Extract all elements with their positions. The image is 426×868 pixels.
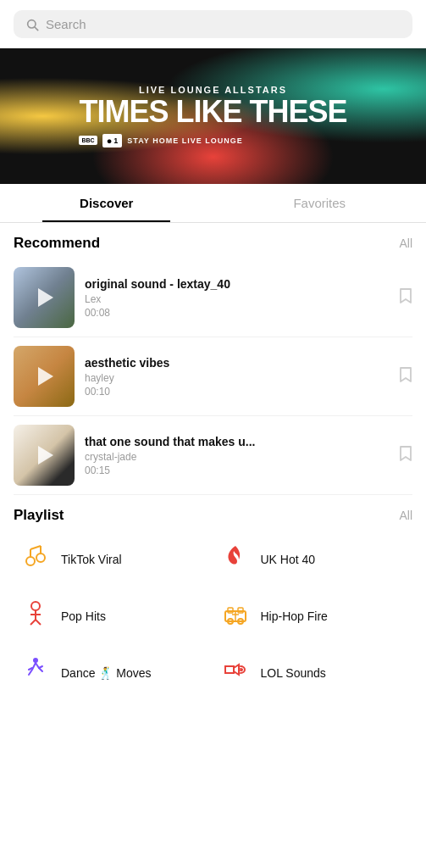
recommend-title: Recommend bbox=[14, 235, 100, 252]
track-name: original sound - lextay_40 bbox=[85, 277, 389, 291]
playlist-item[interactable]: UK Hot 40 bbox=[213, 531, 413, 587]
hip-hop-fire-icon bbox=[220, 599, 251, 632]
recommend-header: Recommend All bbox=[0, 223, 426, 259]
svg-point-7 bbox=[31, 602, 40, 610]
track-info: original sound - lextay_40 Lex 00:08 bbox=[85, 277, 389, 319]
playlist-item[interactable]: Dance 🕺 Moves bbox=[14, 644, 213, 701]
bookmark-icon[interactable] bbox=[399, 287, 412, 309]
uk-hot-40-icon bbox=[220, 542, 251, 576]
playlist-item[interactable]: LOL Sounds bbox=[213, 644, 413, 701]
recommend-all[interactable]: All bbox=[399, 236, 412, 250]
playlist-item[interactable]: Pop Hits bbox=[14, 587, 213, 644]
svg-line-1 bbox=[35, 27, 38, 31]
playlist-all[interactable]: All bbox=[399, 509, 412, 522]
playlist-item[interactable]: TikTok Viral bbox=[14, 531, 213, 587]
svg-line-6 bbox=[30, 546, 41, 549]
svg-marker-20 bbox=[225, 666, 234, 673]
svg-line-10 bbox=[30, 620, 36, 625]
pop-hits-icon bbox=[20, 599, 51, 632]
svg-line-11 bbox=[36, 620, 41, 625]
tiktok-viral-icon bbox=[20, 542, 51, 576]
track-name: aesthetic vibes bbox=[85, 356, 389, 370]
search-icon bbox=[25, 18, 39, 31]
lol-sounds-icon bbox=[220, 656, 251, 689]
track-thumbnail bbox=[14, 346, 75, 407]
bookmark-icon[interactable] bbox=[399, 366, 412, 387]
track-item[interactable]: original sound - lextay_40 Lex 00:08 bbox=[14, 259, 412, 337]
track-item[interactable]: that one sound that makes u... crystal-j… bbox=[14, 416, 412, 495]
svg-point-3 bbox=[36, 554, 45, 562]
track-thumbnail bbox=[14, 267, 75, 328]
track-duration: 00:08 bbox=[85, 307, 389, 319]
playlist-name: Hip-Hop Fire bbox=[261, 609, 328, 623]
bbc-logo: BBC bbox=[79, 136, 97, 145]
play-icon bbox=[14, 425, 75, 486]
search-bar[interactable]: Search bbox=[14, 10, 412, 38]
playlist-name: TikTok Viral bbox=[61, 553, 122, 566]
track-duration: 00:15 bbox=[85, 465, 389, 476]
track-info: that one sound that makes u... crystal-j… bbox=[85, 435, 389, 476]
tab-favorites[interactable]: Favorites bbox=[213, 184, 427, 222]
banner-title: TIMES LIKE THESE bbox=[79, 95, 346, 129]
svg-point-2 bbox=[26, 557, 35, 565]
playlist-header: Playlist All bbox=[0, 495, 426, 531]
track-duration: 00:10 bbox=[85, 386, 389, 398]
search-placeholder: Search bbox=[46, 17, 86, 31]
tab-discover[interactable]: Discover bbox=[0, 184, 213, 222]
track-list: original sound - lextay_40 Lex 00:08 aes… bbox=[0, 259, 426, 495]
track-item[interactable]: aesthetic vibes hayley 00:10 bbox=[14, 337, 412, 416]
playlist-grid: TikTok Viral UK Hot 40 Pop Hits bbox=[0, 531, 426, 701]
playlist-name: Pop Hits bbox=[61, 609, 106, 623]
tabs: Discover Favorites bbox=[0, 184, 426, 223]
play-icon bbox=[14, 346, 75, 407]
track-author: hayley bbox=[85, 372, 389, 384]
dance-moves-icon bbox=[20, 656, 51, 689]
banner: LIVE LOUNGE ALLSTARS TIMES LIKE THESE BB… bbox=[0, 48, 426, 184]
track-author: crystal-jade bbox=[85, 451, 389, 463]
playlist-name: Dance 🕺 Moves bbox=[61, 666, 151, 680]
track-thumbnail bbox=[14, 425, 75, 486]
track-name: that one sound that makes u... bbox=[85, 435, 389, 448]
playlist-name: UK Hot 40 bbox=[261, 553, 316, 566]
track-info: aesthetic vibes hayley 00:10 bbox=[85, 356, 389, 398]
track-author: Lex bbox=[85, 293, 389, 305]
playlist-item[interactable]: Hip-Hop Fire bbox=[213, 587, 413, 644]
playlist-name: LOL Sounds bbox=[261, 666, 326, 680]
bookmark-icon[interactable] bbox=[399, 445, 412, 466]
banner-tagline: STAY HOME LIVE LOUNGE bbox=[127, 136, 242, 145]
playlist-title: Playlist bbox=[14, 507, 64, 524]
play-icon bbox=[14, 267, 75, 328]
radio1-logo: ● 1 bbox=[102, 134, 123, 147]
